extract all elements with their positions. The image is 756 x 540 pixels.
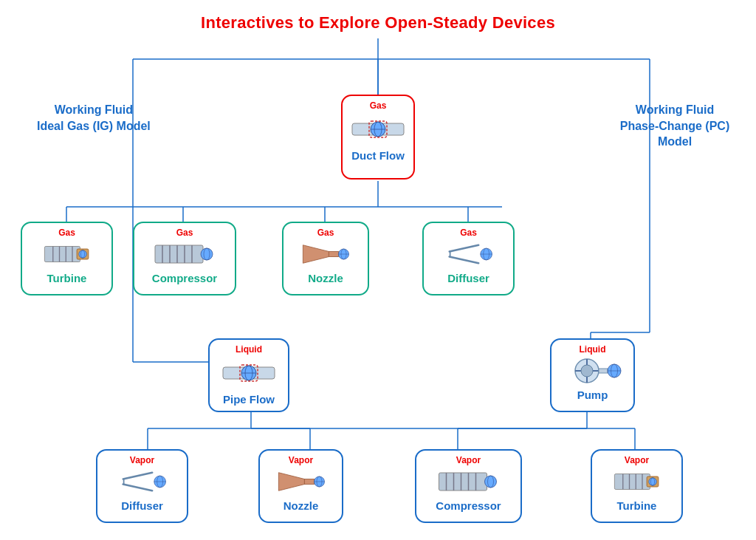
- turbine-icon: [41, 238, 93, 270]
- diffuser-icon: [443, 238, 495, 270]
- svg-rect-47: [329, 252, 338, 257]
- vapor-turbine-tag: Vapor: [625, 455, 649, 465]
- vapor-compressor-tag: Vapor: [456, 455, 481, 465]
- gas-nozzle-node[interactable]: Gas Nozzle: [282, 222, 369, 295]
- svg-point-97: [648, 478, 656, 486]
- svg-rect-79: [304, 479, 314, 485]
- vapor-nozzle-label: Nozzle: [284, 499, 319, 512]
- vapor-nozzle-tag: Vapor: [289, 455, 313, 465]
- gas-duct-flow-tag: Gas: [370, 100, 387, 111]
- gas-nozzle-label: Nozzle: [308, 272, 343, 284]
- left-side-label: Working Fluid Ideal Gas (IG) Model: [37, 102, 151, 134]
- pump-icon: [561, 355, 624, 387]
- vapor-nozzle-node[interactable]: Vapor Nozzle: [258, 449, 343, 523]
- gas-nozzle-tag: Gas: [317, 228, 334, 238]
- pipe-flow-icon: [219, 355, 278, 392]
- svg-marker-78: [278, 473, 304, 491]
- gas-diffuser-tag: Gas: [460, 228, 477, 238]
- liquid-pipe-flow-tag: Liquid: [236, 344, 262, 355]
- svg-rect-30: [44, 247, 80, 262]
- liquid-pump-label: Pump: [577, 389, 608, 401]
- svg-line-52: [449, 257, 478, 264]
- gas-duct-flow-node[interactable]: Gas Duct Flow: [341, 95, 415, 180]
- gas-diffuser-label: Diffuser: [447, 272, 489, 284]
- vapor-turbine-node[interactable]: Vapor Turbine: [591, 449, 683, 523]
- vapor-turbine-label: Turbine: [617, 499, 657, 512]
- svg-rect-68: [599, 369, 608, 373]
- svg-point-44: [201, 248, 213, 260]
- liquid-pipe-flow-node[interactable]: Liquid Pipe Flow: [208, 338, 289, 412]
- gas-turbine-label: Turbine: [47, 272, 87, 284]
- liquid-pipe-flow-label: Pipe Flow: [223, 393, 275, 406]
- svg-point-63: [581, 365, 593, 377]
- svg-point-36: [78, 250, 86, 259]
- gas-compressor-tag: Gas: [176, 228, 193, 238]
- vapor-turbine-icon: [611, 465, 663, 498]
- svg-point-89: [485, 476, 497, 488]
- nozzle-icon: [300, 238, 351, 270]
- duct-flow-icon: [348, 111, 408, 148]
- liquid-pump-node[interactable]: Liquid Pump: [550, 338, 635, 412]
- svg-line-51: [449, 245, 478, 252]
- gas-compressor-label: Compressor: [152, 272, 217, 284]
- svg-rect-53: [449, 252, 450, 257]
- gas-diffuser-node[interactable]: Gas Diffuser: [422, 222, 515, 295]
- vapor-compressor-icon: [433, 465, 504, 498]
- svg-marker-46: [303, 245, 329, 264]
- page-title: Interactives to Explore Open-Steady Devi…: [0, 0, 756, 33]
- liquid-pump-tag: Liquid: [580, 344, 606, 355]
- vapor-diffuser-tag: Vapor: [130, 455, 154, 465]
- gas-duct-flow-label: Duct Flow: [351, 149, 405, 162]
- right-side-label: Working Fluid Phase-Change (PC) Model: [608, 102, 741, 150]
- vapor-diffuser-icon: [117, 465, 168, 498]
- svg-rect-74: [123, 479, 124, 485]
- compressor-icon: [151, 238, 218, 270]
- vapor-compressor-label: Compressor: [436, 499, 501, 512]
- svg-rect-91: [614, 474, 650, 490]
- gas-turbine-node[interactable]: Gas Turbine: [21, 222, 113, 295]
- vapor-diffuser-node[interactable]: Vapor Diffuser: [96, 449, 188, 523]
- svg-line-73: [123, 485, 151, 491]
- vapor-nozzle-icon: [275, 465, 327, 498]
- svg-line-72: [123, 473, 151, 479]
- vapor-diffuser-label: Diffuser: [121, 499, 163, 512]
- gas-turbine-tag: Gas: [58, 228, 75, 238]
- vapor-compressor-node[interactable]: Vapor Compressor: [415, 449, 522, 523]
- gas-compressor-node[interactable]: Gas Compressor: [133, 222, 236, 295]
